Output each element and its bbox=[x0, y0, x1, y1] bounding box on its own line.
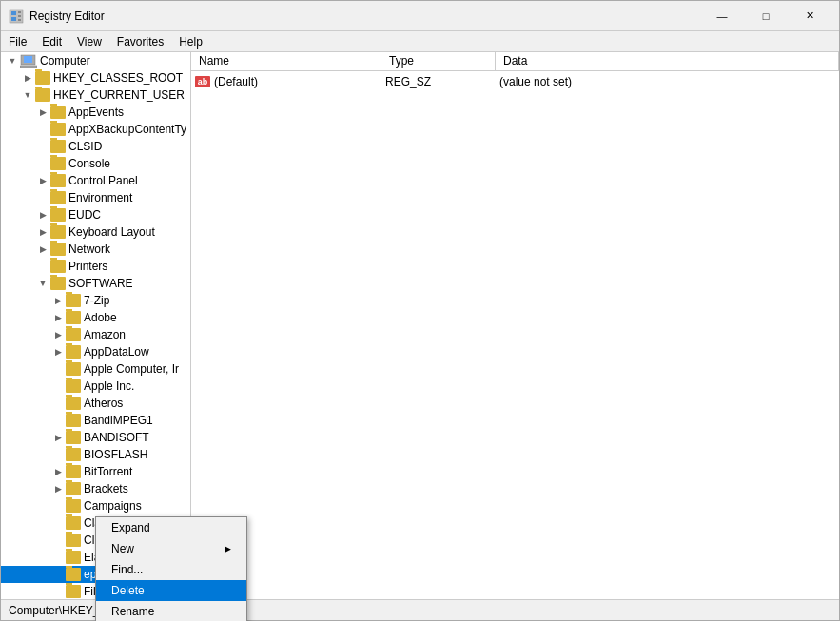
svg-rect-3 bbox=[18, 11, 21, 13]
tree-label-printers: Printers bbox=[68, 260, 107, 273]
tree-item-bandimpeg1[interactable]: BandiMPEG1 bbox=[1, 412, 190, 429]
column-headers: Name Type Data bbox=[191, 52, 839, 71]
tree-item-amazon[interactable]: ▶ Amazon bbox=[1, 326, 190, 343]
tree-label-network: Network bbox=[68, 243, 110, 256]
folder-icon-brackets bbox=[66, 482, 81, 495]
title-bar: Registry Editor — □ ✕ bbox=[1, 1, 839, 31]
tree-item-brackets[interactable]: ▶ Brackets bbox=[1, 480, 190, 497]
expand-arrow-amazon: ▶ bbox=[50, 327, 66, 342]
expand-arrow-computer: ▼ bbox=[5, 53, 20, 68]
tree-item-hkcr[interactable]: ▶ HKEY_CLASSES_ROOT bbox=[1, 69, 190, 87]
tree-label-bandisoft: BANDISOFT bbox=[84, 431, 149, 444]
tree-label-brackets: Brackets bbox=[84, 482, 128, 495]
folder-icon-campaigns bbox=[66, 499, 81, 513]
expand-arrow-network: ▶ bbox=[35, 242, 50, 257]
folder-icon-filehi bbox=[66, 585, 81, 598]
context-menu-expand[interactable]: Expand bbox=[96, 517, 246, 538]
tree-item-hkcu[interactable]: ▼ HKEY_CURRENT_USER bbox=[1, 87, 190, 104]
tree-label-console: Console bbox=[68, 157, 110, 170]
folder-icon-classes bbox=[66, 516, 81, 530]
ab-icon: ab bbox=[195, 76, 210, 87]
expand-arrow-keyboardlayout: ▶ bbox=[35, 224, 50, 240]
tree-item-environment[interactable]: Environment bbox=[1, 189, 190, 206]
folder-icon-biosflash bbox=[66, 448, 81, 461]
minimize-button[interactable]: — bbox=[700, 1, 744, 31]
context-menu-new[interactable]: New ▶ bbox=[96, 538, 246, 559]
menu-view[interactable]: View bbox=[69, 33, 109, 50]
context-menu-rename[interactable]: Rename bbox=[96, 601, 246, 621]
expand-arrow-controlpanel: ▶ bbox=[35, 173, 50, 188]
tree-item-eudc[interactable]: ▶ EUDC bbox=[1, 206, 190, 223]
tree-label-appleinc: Apple Inc. bbox=[84, 379, 134, 393]
reg-data-cell: (value not set) bbox=[499, 75, 835, 88]
tree-item-appleinc[interactable]: Apple Inc. bbox=[1, 378, 190, 395]
tree-label-biosflash: BIOSFLASH bbox=[84, 448, 147, 461]
folder-icon-atheros bbox=[66, 397, 81, 410]
tree-item-computer[interactable]: ▼ Computer bbox=[1, 52, 190, 69]
folder-icon-epsxe bbox=[66, 568, 81, 581]
tree-item-software[interactable]: ▼ SOFTWARE bbox=[1, 275, 190, 292]
tree-item-appevents[interactable]: ▶ AppEvents bbox=[1, 104, 190, 121]
menu-help[interactable]: Help bbox=[171, 33, 210, 50]
tree-label-controlpanel: Control Panel bbox=[68, 174, 138, 187]
tree-item-campaigns[interactable]: Campaigns bbox=[1, 497, 190, 514]
tree-item-bittorrent[interactable]: ▶ BitTorrent bbox=[1, 463, 190, 480]
tree-item-adobe[interactable]: ▶ Adobe bbox=[1, 309, 190, 326]
reg-name-value: (Default) bbox=[214, 75, 258, 88]
tree-item-controlpanel[interactable]: ▶ Control Panel bbox=[1, 172, 190, 189]
tree-label-keyboardlayout: Keyboard Layout bbox=[68, 225, 155, 239]
tree-item-keyboardlayout[interactable]: ▶ Keyboard Layout bbox=[1, 223, 190, 241]
tree-label-computer: Computer bbox=[40, 54, 90, 68]
svg-rect-1 bbox=[11, 11, 16, 15]
tree-item-bandisoft[interactable]: ▶ BANDISOFT bbox=[1, 429, 190, 446]
submenu-arrow-new: ▶ bbox=[225, 544, 231, 553]
folder-icon-clsid bbox=[50, 140, 66, 153]
tree-item-console[interactable]: Console bbox=[1, 155, 190, 172]
tree-item-atheros[interactable]: Atheros bbox=[1, 395, 190, 412]
maximize-button[interactable]: □ bbox=[744, 1, 788, 31]
tree-label-atheros: Atheros bbox=[84, 397, 123, 410]
menu-file[interactable]: File bbox=[1, 33, 34, 50]
close-button[interactable]: ✕ bbox=[788, 1, 831, 31]
tree-item-7zip[interactable]: ▶ 7-Zip bbox=[1, 292, 190, 309]
menu-bar: File Edit View Favorites Help bbox=[1, 31, 839, 52]
context-menu-delete[interactable]: Delete bbox=[96, 580, 246, 601]
tree-label-clsid: CLSID bbox=[68, 140, 102, 153]
right-panel: Name Type Data ab (Default) REG_SZ (valu… bbox=[191, 52, 839, 599]
expand-arrow-eudc: ▶ bbox=[35, 207, 50, 223]
folder-icon-7zip bbox=[66, 294, 81, 307]
context-menu-new-label: New bbox=[111, 542, 134, 555]
expand-arrow-bittorrent: ▶ bbox=[50, 464, 66, 479]
right-content: ab (Default) REG_SZ (value not set) bbox=[191, 71, 839, 599]
tree-item-biosflash[interactable]: BIOSFLASH bbox=[1, 446, 190, 463]
svg-rect-7 bbox=[24, 56, 32, 63]
window-controls: — □ ✕ bbox=[700, 1, 831, 31]
tree-label-appxbackup: AppXBackupContentTy bbox=[68, 123, 186, 136]
menu-edit[interactable]: Edit bbox=[34, 33, 69, 50]
tree-label-applecomputer: Apple Computer, Ir bbox=[84, 362, 179, 376]
tree-item-applecomputer[interactable]: Apple Computer, Ir bbox=[1, 360, 190, 378]
context-menu: Expand New ▶ Find... Delete Rename bbox=[95, 516, 247, 621]
expand-arrow-appevents: ▶ bbox=[35, 105, 50, 120]
expand-arrow-brackets: ▶ bbox=[50, 481, 66, 496]
folder-icon-clients bbox=[66, 534, 81, 547]
tree-label-bittorrent: BitTorrent bbox=[84, 465, 132, 478]
expand-arrow-hkcr: ▶ bbox=[20, 70, 35, 86]
menu-favorites[interactable]: Favorites bbox=[109, 33, 171, 50]
expand-arrow-adobe: ▶ bbox=[50, 310, 66, 325]
tree-label-hkcu: HKEY_CURRENT_USER bbox=[53, 88, 185, 102]
tree-label-appdatalow: AppDataLow bbox=[84, 345, 149, 359]
context-menu-find[interactable]: Find... bbox=[96, 559, 246, 580]
tree-label-hkcr: HKEY_CLASSES_ROOT bbox=[53, 71, 183, 85]
title-bar-title: Registry Editor bbox=[29, 10, 105, 23]
folder-icon-eudc bbox=[50, 208, 66, 222]
tree-item-appxbackup[interactable]: AppXBackupContentTy bbox=[1, 121, 190, 138]
tree-item-network[interactable]: ▶ Network bbox=[1, 241, 190, 258]
table-row[interactable]: ab (Default) REG_SZ (value not set) bbox=[191, 73, 839, 90]
expand-arrow-hkcu: ▼ bbox=[20, 87, 35, 103]
folder-icon-software bbox=[50, 277, 66, 290]
expand-arrow-bandisoft: ▶ bbox=[50, 430, 66, 445]
tree-item-clsid[interactable]: CLSID bbox=[1, 138, 190, 155]
tree-item-appdatalow[interactable]: ▶ AppDataLow bbox=[1, 343, 190, 360]
tree-item-printers[interactable]: Printers bbox=[1, 258, 190, 275]
